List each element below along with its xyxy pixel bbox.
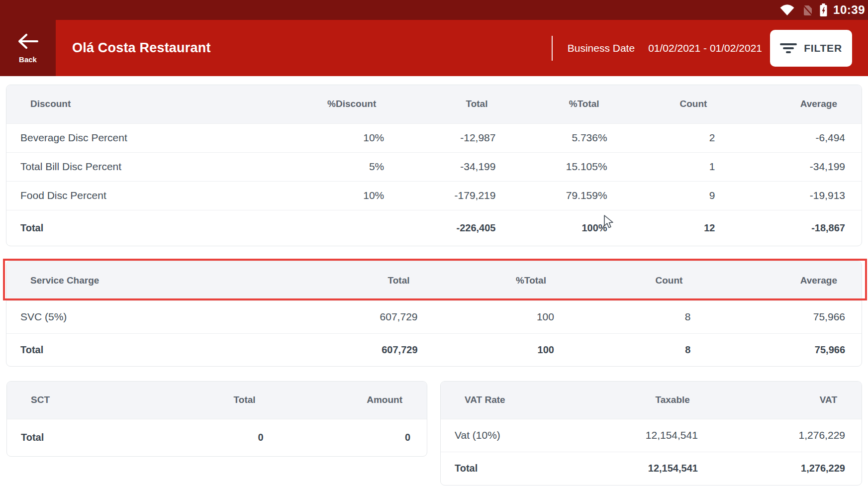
column-header: Total [175,382,280,419]
cell: 12,154,541 [588,452,714,485]
vat-table: VAT RateTaxableVATVat (10%)12,154,5411,2… [441,382,862,485]
column-header: Discount [6,85,289,123]
column-header: Average [707,261,862,300]
clock: 10:39 [833,4,865,16]
header-row: Discount%DiscountTotal%TotalCountAverage [6,85,862,123]
cell: -34,199 [400,152,512,181]
filter-icon [780,42,797,55]
business-date-value: 01/02/2021 - 01/02/2021 [648,42,762,54]
back-button[interactable]: Back [0,20,56,76]
cell: SVC (5%) [6,300,294,333]
total-row: Total607,729100875,966 [6,333,862,366]
cell [289,210,400,246]
cell: 12 [624,210,732,246]
cell: 1 [624,152,732,181]
battery-charging-icon [819,3,828,17]
app-bar-main: Olá Costa Restaurant Business Date 01/02… [56,20,868,76]
cell: 8 [571,333,707,366]
cell: Food Disc Percent [6,181,289,210]
column-header: Service Charge [6,261,294,300]
table-row: Vat (10%)12,154,5411,276,229 [441,419,862,452]
cell: 100 [434,333,571,366]
table-row: Food Disc Percent10%-179,21979.159%9-19,… [6,181,862,210]
cell: 8 [571,300,707,333]
cell: 607,729 [294,300,434,333]
total-row: Total-226,405100%12-18,867 [6,210,862,246]
sim-off-icon [800,3,814,17]
cell: Total [441,452,588,485]
cell: -19,913 [731,181,862,210]
cell: 5% [289,152,400,181]
cell: 1,276,229 [714,419,862,452]
cell: 0 [280,419,427,456]
cell: Total Bill Disc Percent [6,152,289,181]
header-row: Service ChargeTotal%TotalCountAverage [6,261,862,300]
cell: Total [7,419,175,456]
cell: 9 [624,181,732,210]
cell: 79.159% [512,181,623,210]
vat-table-card: VAT RateTaxableVATVat (10%)12,154,5411,2… [440,381,862,486]
column-header: VAT Rate [441,382,588,419]
cell: -34,199 [731,152,862,181]
cell: 5.736% [512,123,623,152]
discount-table-card: Discount%DiscountTotal%TotalCountAverage… [6,85,862,246]
app-screen: 10:39 Back Olá Costa Restaurant Business… [0,0,868,488]
column-header: Total [294,261,434,300]
cell: 15.105% [512,152,623,181]
back-label: Back [19,56,37,63]
cell: 1,276,229 [714,452,862,485]
total-row: Total12,154,5411,276,229 [441,452,862,485]
discount-table: Discount%DiscountTotal%TotalCountAverage… [6,85,862,246]
cell: Total [6,333,294,366]
sct-table-card: SCTTotalAmountTotal00 [6,381,427,457]
page-title: Olá Costa Restaurant [72,40,211,56]
business-date-label: Business Date [568,42,635,54]
table-row: Total Bill Disc Percent5%-34,19915.105%1… [6,152,862,181]
table-row: SVC (5%)607,729100875,966 [6,300,862,333]
filter-label: FILTER [804,42,842,54]
column-header: VAT [714,382,862,419]
cell: 100% [512,210,623,246]
service-charge-table-card: Service ChargeTotal%TotalCountAverageSVC… [6,261,862,367]
column-header: Count [624,85,732,123]
cell: 2 [624,123,732,152]
cell: Vat (10%) [441,419,588,452]
header-divider [552,36,553,61]
cell: 75,966 [707,300,862,333]
cell: Beverage Disc Percent [6,123,289,152]
column-header: %Discount [289,85,400,123]
cell: 0 [175,419,280,456]
column-header: Total [400,85,512,123]
back-arrow-icon [16,33,39,50]
header-row: VAT RateTaxableVAT [441,382,862,419]
column-header: Taxable [588,382,714,419]
cell: -12,987 [400,123,512,152]
table-row: Beverage Disc Percent10%-12,9875.736%2-6… [6,123,862,152]
cell: -18,867 [731,210,862,246]
sct-table: SCTTotalAmountTotal00 [7,382,427,456]
cell: -6,494 [731,123,862,152]
total-row: Total00 [7,419,427,456]
column-header: SCT [7,382,175,419]
status-bar: 10:39 [0,0,868,20]
cell: 10% [289,181,400,210]
column-header: %Total [512,85,623,123]
service-charge-table: Service ChargeTotal%TotalCountAverageSVC… [6,261,862,366]
cell: 12,154,541 [588,419,714,452]
column-header: %Total [434,261,571,300]
column-header: Average [731,85,862,123]
cell: Total [6,210,289,246]
app-bar: Back Olá Costa Restaurant Business Date … [0,20,868,76]
filter-button[interactable]: FILTER [770,30,852,67]
column-header: Count [571,261,707,300]
wifi-icon [779,3,795,16]
cell: -226,405 [400,210,512,246]
header-row: SCTTotalAmount [7,382,427,419]
cell: 75,966 [707,333,862,366]
cell: 10% [289,123,400,152]
cell: -179,219 [400,181,512,210]
column-header: Amount [280,382,427,419]
cell: 100 [434,300,571,333]
cell: 607,729 [294,333,434,366]
